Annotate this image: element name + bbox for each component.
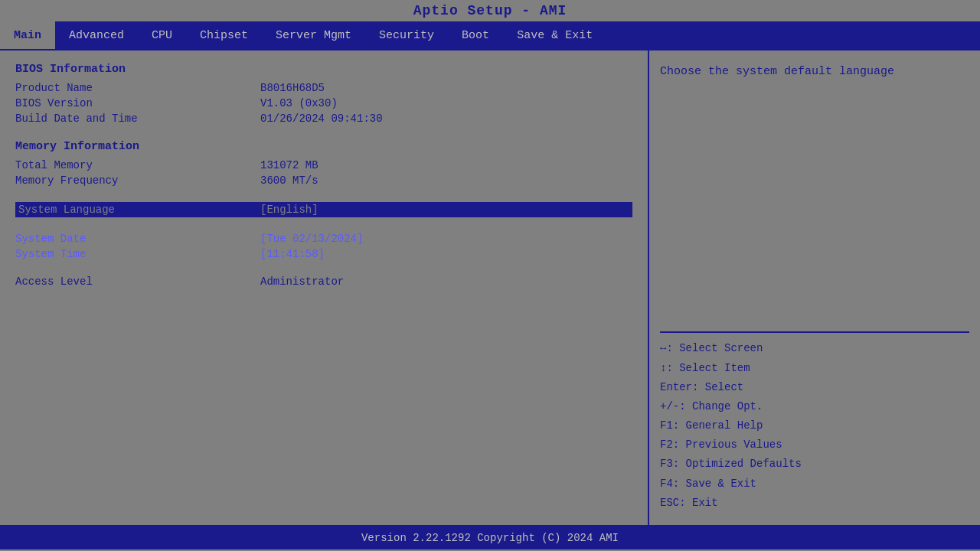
nav-item-boot[interactable]: Boot (448, 21, 503, 49)
nav-label-advanced: Advanced (69, 29, 124, 42)
divider (660, 331, 969, 333)
total-memory-label: Total Memory (15, 159, 260, 171)
system-language-label: System Language (18, 204, 260, 216)
nav-bar: Main Advanced CPU Chipset Server Mgmt Se… (0, 21, 980, 49)
shortcut-f1: F1: General Help (660, 416, 969, 435)
nav-item-chipset[interactable]: Chipset (186, 21, 262, 49)
bios-section-header: BIOS Information (15, 63, 632, 76)
nav-item-advanced[interactable]: Advanced (55, 21, 138, 49)
system-date-label: System Date (15, 233, 260, 245)
nav-label-boot: Boot (462, 29, 489, 42)
nav-label-cpu: CPU (152, 29, 172, 42)
footer-text: Version 2.22.1292 Copyright (C) 2024 AMI (361, 532, 619, 544)
memory-freq-row: Memory Frequency 3600 MT/s (15, 174, 632, 187)
access-level-row: Access Level Administrator (15, 276, 632, 288)
nav-item-main[interactable]: Main (0, 21, 55, 49)
system-date-row[interactable]: System Date [Tue 02/13/2024] (15, 233, 632, 245)
memory-freq-value: 3600 MT/s (260, 174, 318, 187)
shortcut-select-item: ↕: Select Item (660, 359, 969, 378)
nav-item-security[interactable]: Security (365, 21, 448, 49)
nav-label-security: Security (379, 29, 434, 42)
bios-version-label: BIOS Version (15, 97, 260, 109)
bios-version-value: V1.03 (0x30) (260, 97, 338, 109)
product-name-label: Product Name (15, 82, 260, 94)
build-date-value: 01/26/2024 09:41:30 (260, 112, 383, 125)
product-name-value: B8016H68D5 (260, 82, 325, 94)
system-time-value: [11:41:58] (260, 248, 325, 260)
nav-item-cpu[interactable]: CPU (138, 21, 186, 49)
shortcut-enter-select: Enter: Select (660, 378, 969, 397)
product-name-row: Product Name B8016H68D5 (15, 82, 632, 94)
shortcut-select-screen: ↔: Select Screen (660, 339, 969, 358)
shortcut-f4: F4: Save & Exit (660, 474, 969, 494)
shortcut-change-opt: +/-: Change Opt. (660, 397, 969, 416)
nav-item-save-exit[interactable]: Save & Exit (503, 21, 606, 49)
nav-label-chipset: Chipset (200, 29, 248, 42)
nav-label-server-mgmt: Server Mgmt (276, 29, 351, 42)
shortcut-f2: F2: Previous Values (660, 435, 969, 455)
help-text: Choose the system default language (660, 63, 969, 81)
system-language-row[interactable]: System Language [English] (15, 202, 632, 217)
right-panel: Choose the system default language ↔: Se… (649, 51, 980, 525)
total-memory-value: 131072 MB (260, 159, 318, 171)
shortcuts: ↔: Select Screen ↕: Select Item Enter: S… (660, 339, 969, 513)
build-date-row: Build Date and Time 01/26/2024 09:41:30 (15, 112, 632, 125)
shortcut-esc: ESC: Exit (660, 494, 969, 513)
memory-freq-label: Memory Frequency (15, 174, 260, 187)
left-panel: BIOS Information Product Name B8016H68D5… (0, 51, 649, 525)
system-language-value: [English] (260, 204, 318, 216)
bios-version-row: BIOS Version V1.03 (0x30) (15, 97, 632, 109)
nav-label-main: Main (14, 29, 41, 42)
system-time-label: System Time (15, 248, 260, 260)
shortcut-f3: F3: Optimized Defaults (660, 455, 969, 474)
title-bar: Aptio Setup - AMI (0, 0, 980, 21)
system-date-value: [Tue 02/13/2024] (260, 233, 363, 245)
nav-label-save-exit: Save & Exit (517, 29, 593, 42)
access-level-value: Administrator (260, 276, 344, 288)
memory-section-header: Memory Information (15, 140, 632, 153)
system-time-row[interactable]: System Time [11:41:58] (15, 248, 632, 260)
main-content: BIOS Information Product Name B8016H68D5… (0, 49, 980, 527)
total-memory-row: Total Memory 131072 MB (15, 159, 632, 171)
nav-item-server-mgmt[interactable]: Server Mgmt (262, 21, 365, 49)
access-level-label: Access Level (15, 276, 260, 288)
footer: Version 2.22.1292 Copyright (C) 2024 AMI (0, 527, 980, 549)
app-title: Aptio Setup - AMI (413, 3, 567, 18)
build-date-label: Build Date and Time (15, 112, 260, 125)
